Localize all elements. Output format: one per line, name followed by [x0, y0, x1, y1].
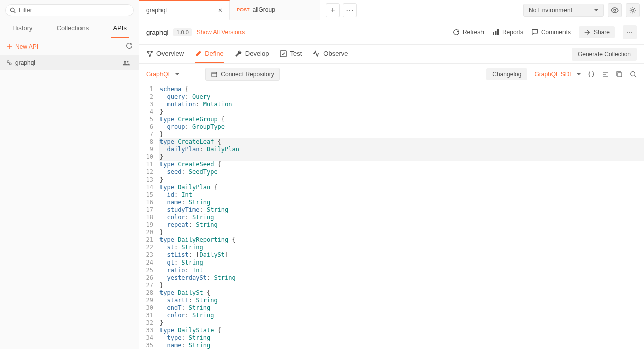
- tab-actions: + ⋯: [323, 3, 357, 17]
- svg-line-1: [14, 11, 15, 13]
- changelog-button[interactable]: Changelog: [486, 68, 527, 80]
- new-api-button[interactable]: New API: [6, 43, 38, 50]
- connect-repository-label: Connect Repository: [221, 71, 274, 78]
- toolbar-right: Changelog GraphQL SDL: [486, 68, 637, 80]
- svg-line-28: [635, 76, 637, 78]
- svg-point-7: [124, 61, 126, 63]
- beautify-icon[interactable]: [602, 71, 609, 78]
- api-list-item[interactable]: graphql: [0, 55, 139, 70]
- subnav-develop[interactable]: Develop: [235, 45, 269, 63]
- svg-rect-11: [493, 32, 494, 35]
- schema-format-dropdown[interactable]: GraphQL: [146, 71, 179, 78]
- plus-icon: [6, 44, 12, 50]
- editor-code[interactable]: schema { query: Query mutation: Mutation…: [159, 85, 644, 349]
- api-name: graphql: [146, 29, 168, 36]
- eye-icon: [611, 7, 619, 13]
- api-link-icon: [6, 60, 12, 66]
- tab-collections[interactable]: Collections: [55, 19, 91, 38]
- filter-input[interactable]: [19, 7, 129, 14]
- svg-point-4: [7, 61, 9, 63]
- reports-label: Reports: [502, 29, 523, 36]
- share-button[interactable]: Share: [579, 26, 615, 38]
- subnav-observe-label: Observe: [323, 50, 348, 57]
- braces-icon[interactable]: [588, 71, 595, 78]
- svg-rect-21: [212, 72, 217, 77]
- reports-button[interactable]: Reports: [492, 29, 523, 36]
- more-actions-button[interactable]: ⋯: [623, 25, 637, 39]
- comment-icon: [531, 29, 538, 36]
- svg-rect-26: [618, 73, 622, 77]
- subnav-define-label: Define: [205, 50, 224, 57]
- subnav-test-label: Test: [290, 50, 302, 57]
- topbar: graphql × POST allGroup + ⋯ No Environme…: [139, 0, 644, 20]
- chevron-down-icon: [175, 71, 179, 78]
- subnav-overview-label: Overview: [156, 50, 184, 57]
- request-tabs: graphql × POST allGroup: [139, 0, 320, 20]
- share-label: Share: [594, 29, 610, 36]
- svg-point-0: [11, 8, 15, 12]
- subnav-define[interactable]: Define: [195, 45, 224, 63]
- new-api-label: New API: [15, 43, 38, 50]
- svg-point-8: [127, 61, 129, 63]
- reports-icon: [492, 29, 499, 36]
- subnav-test[interactable]: Test: [280, 45, 302, 63]
- sdl-dropdown[interactable]: GraphQL SDL: [534, 71, 581, 78]
- sidebar: History Collections APIs New API graphql: [0, 0, 139, 349]
- svg-point-27: [631, 72, 635, 76]
- settings-button[interactable]: [626, 3, 640, 17]
- editor-gutter: 1234567891011121314151617181920212223242…: [139, 85, 159, 349]
- request-tab-graphql[interactable]: graphql ×: [139, 0, 230, 20]
- search-code-icon[interactable]: [630, 71, 637, 78]
- refresh-icon: [453, 29, 460, 36]
- refresh-button[interactable]: Refresh: [453, 29, 484, 36]
- schema-format-label: GraphQL: [146, 71, 171, 78]
- tab-options-button[interactable]: ⋯: [343, 3, 357, 17]
- version-chip[interactable]: 1.0.0: [173, 28, 191, 36]
- overview-icon: [146, 50, 153, 57]
- people-icon: [123, 60, 130, 66]
- refresh-label: Refresh: [463, 29, 484, 36]
- svg-rect-13: [497, 29, 499, 35]
- request-tab-allgroup[interactable]: POST allGroup: [230, 0, 320, 20]
- topbar-right: No Environment: [523, 3, 640, 17]
- subnav-observe[interactable]: Observe: [313, 45, 348, 63]
- sidebar-tabs: History Collections APIs: [0, 19, 139, 38]
- generate-collection-button[interactable]: Generate Collection: [572, 48, 637, 61]
- request-tab-label: allGroup: [253, 6, 275, 13]
- tab-history[interactable]: History: [10, 19, 34, 38]
- environment-quicklook-button[interactable]: [608, 3, 622, 17]
- close-icon[interactable]: ×: [218, 6, 222, 14]
- pencil-icon: [195, 50, 202, 57]
- show-all-versions-link[interactable]: Show All Versions: [197, 29, 245, 36]
- chevron-down-icon: [577, 71, 581, 78]
- filter-search[interactable]: [5, 4, 134, 16]
- request-tab-label: graphql: [146, 7, 167, 14]
- connect-repository-button[interactable]: Connect Repository: [205, 68, 279, 81]
- ellipsis-icon: ⋯: [627, 29, 633, 36]
- sdl-label: GraphQL SDL: [534, 71, 573, 78]
- svg-rect-12: [495, 31, 496, 35]
- share-icon: [584, 29, 591, 36]
- subnav-develop-label: Develop: [245, 50, 269, 57]
- subnav-overview[interactable]: Overview: [146, 45, 184, 63]
- svg-line-18: [148, 52, 150, 56]
- new-api-row: New API: [0, 38, 139, 55]
- subnav: Overview Define Develop Test Observe: [139, 45, 644, 64]
- gear-icon: [629, 7, 636, 14]
- schema-editor[interactable]: 1234567891011121314151617181920212223242…: [139, 85, 644, 349]
- tab-apis[interactable]: APIs: [111, 19, 128, 38]
- comments-button[interactable]: Comments: [531, 29, 571, 36]
- repo-icon: [211, 71, 218, 78]
- svg-point-9: [614, 9, 616, 11]
- svg-line-6: [9, 62, 10, 63]
- refresh-sidebar-icon[interactable]: [126, 42, 133, 51]
- environment-dropdown[interactable]: No Environment: [523, 4, 604, 17]
- schema-toolbar: GraphQL Connect Repository Changelog Gra…: [139, 64, 644, 85]
- comments-label: Comments: [541, 29, 571, 36]
- copy-icon[interactable]: [616, 71, 623, 78]
- svg-point-10: [632, 9, 634, 11]
- svg-line-19: [150, 52, 152, 56]
- svg-point-5: [9, 63, 11, 65]
- request-method-badge: POST: [237, 7, 250, 12]
- new-tab-button[interactable]: +: [326, 3, 340, 17]
